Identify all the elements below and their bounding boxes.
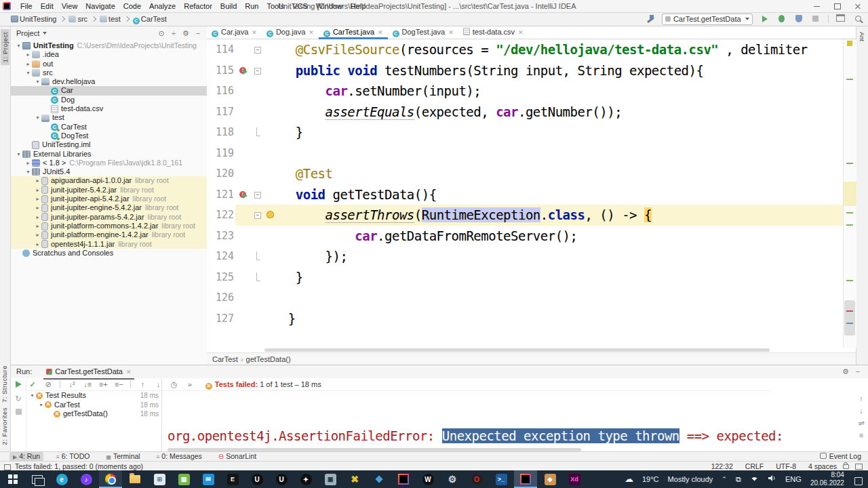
tree-item-junit-jupiter-api-5-4-2-jar[interactable]: ▸junit-jupiter-api-5.4.2.jarlibrary root xyxy=(11,195,207,203)
chevron-collapsed-icon[interactable]: ▸ xyxy=(34,176,41,185)
unreal-engine-icon[interactable]: U xyxy=(245,470,269,488)
chevron-expanded-icon[interactable]: ▾ xyxy=(37,401,45,410)
show-ignored-icon[interactable]: ⊘ xyxy=(41,378,55,390)
edge-icon[interactable]: e xyxy=(50,470,73,488)
rerun-failed-test-icon[interactable]: ! xyxy=(239,191,246,198)
store-icon[interactable]: ⊞ xyxy=(148,470,171,488)
screen-reader-icon[interactable] xyxy=(855,464,863,470)
remote-desktop-icon[interactable]: ▣ xyxy=(319,470,342,488)
stripe-2-favorites[interactable]: 2: Favorites xyxy=(1,407,8,445)
chevron-collapsed-icon[interactable]: ▸ xyxy=(34,186,41,195)
menu-build[interactable]: Build xyxy=(216,0,241,12)
code-line-118[interactable]: 118 } xyxy=(207,122,843,143)
stop-icon[interactable] xyxy=(808,13,823,26)
test-node-test-results[interactable]: ▾✕Test Results18 ms xyxy=(26,391,161,401)
cube-app-icon[interactable]: ◆ xyxy=(538,470,561,488)
tree-item-dog[interactable]: CDog xyxy=(11,96,207,104)
weather-text[interactable]: Mostly cloudy xyxy=(668,470,713,488)
fold-end-icon[interactable] xyxy=(256,251,260,260)
event-log-button[interactable]: Event Log xyxy=(820,452,861,461)
tree-item--idea[interactable]: ▸.idea xyxy=(11,50,207,59)
toolwindow-tab-terminal[interactable]: ▦Terminal xyxy=(102,452,143,462)
toolwindow-tab-6-todo[interactable]: ≡6: TODO xyxy=(53,452,93,462)
locate-icon[interactable]: ⊙ xyxy=(155,26,167,40)
taskbar-clock[interactable]: 8:0420.06.2022 xyxy=(810,471,844,487)
menu-code[interactable]: Code xyxy=(119,0,145,12)
scrollbar-thumb[interactable] xyxy=(264,348,770,352)
close-icon[interactable]: ✕ xyxy=(252,29,257,36)
chevron-expanded-icon[interactable]: ▾ xyxy=(24,167,32,176)
chevron-collapsed-icon[interactable]: ▸ xyxy=(24,60,32,68)
menu-run[interactable]: Run xyxy=(241,0,262,12)
chevron-expanded-icon[interactable]: ▾ xyxy=(34,113,41,122)
tree-item--1-8-[interactable]: ▸< 1.8 >C:\Program Files\Java\jdk1.8.0_1… xyxy=(11,159,207,167)
code-line-127[interactable]: 127 } xyxy=(207,308,843,329)
code-line-117[interactable]: 117 assertEquals(expected, car.getNumber… xyxy=(207,102,843,123)
tablet-icon[interactable]: ⧉ xyxy=(736,470,741,488)
chevron-expanded-icon[interactable]: ▾ xyxy=(34,77,41,86)
volume-icon[interactable] xyxy=(768,470,776,488)
menu-view[interactable]: View xyxy=(58,0,82,12)
toolwindow-tab-0-messages[interactable]: ≡0: Messages xyxy=(153,452,205,462)
scroll-to-end-icon[interactable]: ≡ xyxy=(856,429,867,441)
test-node-cartest[interactable]: ▾✕CarTest18 ms xyxy=(26,401,161,410)
tab-test-data-csv[interactable]: test-data.csv✕ xyxy=(458,26,528,37)
code-line-120[interactable]: 120 @Test xyxy=(207,163,843,184)
action-center-icon[interactable] xyxy=(854,477,863,485)
tree-item-opentest4j-1-1-1-jar[interactable]: ▸opentest4j-1.1.1.jarlibrary root xyxy=(11,240,207,249)
code-line-126[interactable]: 126 xyxy=(207,287,843,308)
editor-hscrollbar[interactable] xyxy=(207,348,843,352)
rerun-icon[interactable] xyxy=(11,378,26,392)
run-configuration-select[interactable]: CarTest.getTestData xyxy=(662,14,753,25)
coverage-icon[interactable] xyxy=(791,13,806,26)
search-everywhere-icon[interactable] xyxy=(850,13,865,26)
nav-crumb-test[interactable]: test xyxy=(100,13,122,26)
chevron-collapsed-icon[interactable]: ▸ xyxy=(24,159,32,167)
jetbrains-ide-icon[interactable] xyxy=(392,470,415,488)
code-line-116[interactable]: 116 car.setNumber(input); xyxy=(207,81,843,102)
show-passed-icon[interactable]: ✓ xyxy=(26,378,39,390)
tab-cartest-java[interactable]: CCarTest.java✕ xyxy=(319,26,388,39)
tree-item-test-data-csv[interactable]: test-data.csv xyxy=(11,104,207,113)
chrome-icon[interactable] xyxy=(99,470,122,488)
menu-refactor[interactable]: Refactor xyxy=(180,0,216,12)
blue-docs-app-icon[interactable]: ❖ xyxy=(368,470,391,488)
spiral-app-icon[interactable]: ✦ xyxy=(294,470,317,488)
tool-window-toggle-icon[interactable] xyxy=(4,464,11,470)
chevron-expanded-icon[interactable]: ▾ xyxy=(24,68,32,77)
layout-icon[interactable] xyxy=(833,13,848,26)
toolwindow-tab-sonarlint[interactable]: ⊖SonarLint xyxy=(215,452,260,461)
nav-crumb-cartest[interactable]: CCarTest xyxy=(133,13,168,26)
close-icon[interactable]: ✕ xyxy=(309,29,314,36)
close-icon[interactable]: ✕ xyxy=(448,29,454,36)
weather-temp[interactable]: 19°C xyxy=(642,470,659,488)
settings-icon[interactable]: ⚙ xyxy=(180,26,192,40)
code-line-124[interactable]: 124 }); xyxy=(207,246,843,267)
close-icon[interactable]: ✕ xyxy=(126,369,132,375)
menu-analyze[interactable]: Analyze xyxy=(145,0,180,12)
wifi-icon[interactable] xyxy=(750,470,759,488)
chevron-expanded-icon[interactable]: ▾ xyxy=(15,41,22,50)
code-line-125[interactable]: 125 } xyxy=(207,267,843,288)
soft-wrap-icon[interactable]: ⇌ xyxy=(856,417,867,429)
tree-item-junit-jupiter-params-5-4-2-jar[interactable]: ▸junit-jupiter-params-5.4.2.jarlibrary r… xyxy=(11,213,207,222)
run-icon[interactable] xyxy=(757,13,772,26)
debug-icon[interactable] xyxy=(774,13,789,26)
epic-games-icon[interactable]: E xyxy=(221,470,244,488)
hide-icon[interactable]: − xyxy=(852,365,864,378)
tree-item-car[interactable]: CCar xyxy=(11,86,207,95)
chevron-collapsed-icon[interactable]: ▸ xyxy=(24,50,32,59)
sort-numeric-icon[interactable]: ↓² xyxy=(65,378,79,390)
expand-all-icon[interactable]: ≡+ xyxy=(96,378,110,390)
opera-icon[interactable]: O xyxy=(465,470,488,488)
chevron-expanded-icon[interactable]: ▾ xyxy=(28,391,36,401)
nav-crumb-unittesting[interactable]: UnitTesting xyxy=(11,13,58,26)
status-message[interactable]: Tests failed: 1, passed: 0 (moments ago) xyxy=(15,462,143,471)
stripe-ant[interactable]: Ant xyxy=(859,32,866,41)
fold-collapse-icon[interactable]: − xyxy=(254,68,261,75)
tree-item-junit-jupiter-5-4-2-jar[interactable]: ▸junit-jupiter-5.4.2.jarlibrary root xyxy=(11,186,207,195)
sort-duration-icon[interactable]: ↓≡ xyxy=(81,378,94,390)
tree-item-dogtest[interactable]: CDogTest xyxy=(11,131,207,140)
collapse-all-icon[interactable]: ÷ xyxy=(167,26,180,40)
run-tab[interactable]: CarTest.getTestData✕ xyxy=(43,366,134,380)
